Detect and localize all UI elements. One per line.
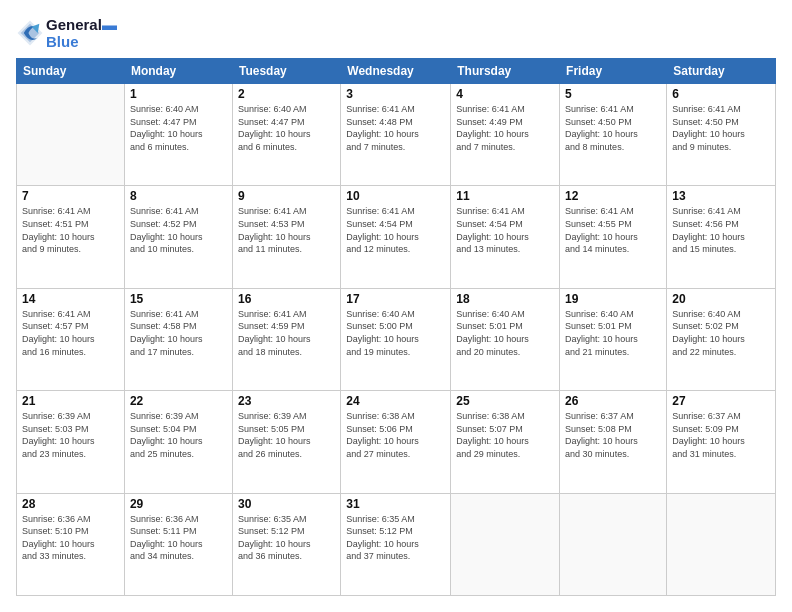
day-info: Sunrise: 6:36 AM Sunset: 5:10 PM Dayligh… <box>22 513 119 563</box>
day-number: 30 <box>238 497 335 511</box>
day-number: 11 <box>456 189 554 203</box>
day-number: 15 <box>130 292 227 306</box>
calendar-cell: 25Sunrise: 6:38 AM Sunset: 5:07 PM Dayli… <box>451 391 560 493</box>
calendar-cell <box>560 493 667 595</box>
day-info: Sunrise: 6:41 AM Sunset: 4:50 PM Dayligh… <box>565 103 661 153</box>
calendar-cell: 18Sunrise: 6:40 AM Sunset: 5:01 PM Dayli… <box>451 288 560 390</box>
day-info: Sunrise: 6:41 AM Sunset: 4:50 PM Dayligh… <box>672 103 770 153</box>
day-number: 27 <box>672 394 770 408</box>
calendar-cell: 4Sunrise: 6:41 AM Sunset: 4:49 PM Daylig… <box>451 84 560 186</box>
calendar-cell: 7Sunrise: 6:41 AM Sunset: 4:51 PM Daylig… <box>17 186 125 288</box>
calendar-cell: 3Sunrise: 6:41 AM Sunset: 4:48 PM Daylig… <box>341 84 451 186</box>
day-number: 26 <box>565 394 661 408</box>
calendar-body: 1Sunrise: 6:40 AM Sunset: 4:47 PM Daylig… <box>17 84 776 596</box>
calendar-header-saturday: Saturday <box>667 59 776 84</box>
day-number: 13 <box>672 189 770 203</box>
day-number: 18 <box>456 292 554 306</box>
day-info: Sunrise: 6:40 AM Sunset: 5:00 PM Dayligh… <box>346 308 445 358</box>
day-info: Sunrise: 6:40 AM Sunset: 4:47 PM Dayligh… <box>130 103 227 153</box>
day-number: 2 <box>238 87 335 101</box>
day-number: 25 <box>456 394 554 408</box>
calendar-cell <box>17 84 125 186</box>
calendar-week-3: 14Sunrise: 6:41 AM Sunset: 4:57 PM Dayli… <box>17 288 776 390</box>
day-info: Sunrise: 6:41 AM Sunset: 4:53 PM Dayligh… <box>238 205 335 255</box>
calendar-header-tuesday: Tuesday <box>232 59 340 84</box>
calendar-cell: 16Sunrise: 6:41 AM Sunset: 4:59 PM Dayli… <box>232 288 340 390</box>
day-info: Sunrise: 6:41 AM Sunset: 4:54 PM Dayligh… <box>456 205 554 255</box>
calendar-cell: 2Sunrise: 6:40 AM Sunset: 4:47 PM Daylig… <box>232 84 340 186</box>
day-info: Sunrise: 6:39 AM Sunset: 5:04 PM Dayligh… <box>130 410 227 460</box>
day-number: 29 <box>130 497 227 511</box>
calendar-cell <box>667 493 776 595</box>
calendar-cell: 11Sunrise: 6:41 AM Sunset: 4:54 PM Dayli… <box>451 186 560 288</box>
day-info: Sunrise: 6:35 AM Sunset: 5:12 PM Dayligh… <box>238 513 335 563</box>
calendar-cell: 10Sunrise: 6:41 AM Sunset: 4:54 PM Dayli… <box>341 186 451 288</box>
day-info: Sunrise: 6:41 AM Sunset: 4:58 PM Dayligh… <box>130 308 227 358</box>
day-number: 23 <box>238 394 335 408</box>
calendar-cell <box>451 493 560 595</box>
day-info: Sunrise: 6:39 AM Sunset: 5:03 PM Dayligh… <box>22 410 119 460</box>
calendar-cell: 27Sunrise: 6:37 AM Sunset: 5:09 PM Dayli… <box>667 391 776 493</box>
day-number: 12 <box>565 189 661 203</box>
day-number: 8 <box>130 189 227 203</box>
day-info: Sunrise: 6:37 AM Sunset: 5:08 PM Dayligh… <box>565 410 661 460</box>
logo-text: General▬ Blue <box>46 16 117 50</box>
calendar-header-thursday: Thursday <box>451 59 560 84</box>
day-info: Sunrise: 6:39 AM Sunset: 5:05 PM Dayligh… <box>238 410 335 460</box>
day-info: Sunrise: 6:37 AM Sunset: 5:09 PM Dayligh… <box>672 410 770 460</box>
day-number: 21 <box>22 394 119 408</box>
calendar-cell: 15Sunrise: 6:41 AM Sunset: 4:58 PM Dayli… <box>124 288 232 390</box>
calendar-cell: 24Sunrise: 6:38 AM Sunset: 5:06 PM Dayli… <box>341 391 451 493</box>
day-info: Sunrise: 6:41 AM Sunset: 4:56 PM Dayligh… <box>672 205 770 255</box>
day-info: Sunrise: 6:41 AM Sunset: 4:55 PM Dayligh… <box>565 205 661 255</box>
logo-icon <box>16 19 44 47</box>
day-number: 19 <box>565 292 661 306</box>
day-number: 7 <box>22 189 119 203</box>
day-number: 14 <box>22 292 119 306</box>
calendar-cell: 22Sunrise: 6:39 AM Sunset: 5:04 PM Dayli… <box>124 391 232 493</box>
calendar-cell: 8Sunrise: 6:41 AM Sunset: 4:52 PM Daylig… <box>124 186 232 288</box>
day-number: 22 <box>130 394 227 408</box>
calendar-header-monday: Monday <box>124 59 232 84</box>
day-info: Sunrise: 6:40 AM Sunset: 5:01 PM Dayligh… <box>456 308 554 358</box>
day-info: Sunrise: 6:38 AM Sunset: 5:07 PM Dayligh… <box>456 410 554 460</box>
day-number: 6 <box>672 87 770 101</box>
calendar: SundayMondayTuesdayWednesdayThursdayFrid… <box>16 58 776 596</box>
calendar-cell: 20Sunrise: 6:40 AM Sunset: 5:02 PM Dayli… <box>667 288 776 390</box>
calendar-cell: 19Sunrise: 6:40 AM Sunset: 5:01 PM Dayli… <box>560 288 667 390</box>
calendar-header-row: SundayMondayTuesdayWednesdayThursdayFrid… <box>17 59 776 84</box>
day-info: Sunrise: 6:40 AM Sunset: 5:01 PM Dayligh… <box>565 308 661 358</box>
calendar-week-2: 7Sunrise: 6:41 AM Sunset: 4:51 PM Daylig… <box>17 186 776 288</box>
day-number: 4 <box>456 87 554 101</box>
calendar-cell: 9Sunrise: 6:41 AM Sunset: 4:53 PM Daylig… <box>232 186 340 288</box>
calendar-cell: 17Sunrise: 6:40 AM Sunset: 5:00 PM Dayli… <box>341 288 451 390</box>
calendar-cell: 5Sunrise: 6:41 AM Sunset: 4:50 PM Daylig… <box>560 84 667 186</box>
day-info: Sunrise: 6:41 AM Sunset: 4:52 PM Dayligh… <box>130 205 227 255</box>
calendar-cell: 29Sunrise: 6:36 AM Sunset: 5:11 PM Dayli… <box>124 493 232 595</box>
calendar-header-sunday: Sunday <box>17 59 125 84</box>
calendar-header-wednesday: Wednesday <box>341 59 451 84</box>
day-info: Sunrise: 6:38 AM Sunset: 5:06 PM Dayligh… <box>346 410 445 460</box>
calendar-cell: 1Sunrise: 6:40 AM Sunset: 4:47 PM Daylig… <box>124 84 232 186</box>
calendar-cell: 13Sunrise: 6:41 AM Sunset: 4:56 PM Dayli… <box>667 186 776 288</box>
calendar-cell: 6Sunrise: 6:41 AM Sunset: 4:50 PM Daylig… <box>667 84 776 186</box>
day-info: Sunrise: 6:41 AM Sunset: 4:51 PM Dayligh… <box>22 205 119 255</box>
calendar-cell: 14Sunrise: 6:41 AM Sunset: 4:57 PM Dayli… <box>17 288 125 390</box>
day-number: 3 <box>346 87 445 101</box>
calendar-cell: 28Sunrise: 6:36 AM Sunset: 5:10 PM Dayli… <box>17 493 125 595</box>
page: General▬ Blue SundayMondayTuesdayWednesd… <box>0 0 792 612</box>
calendar-cell: 23Sunrise: 6:39 AM Sunset: 5:05 PM Dayli… <box>232 391 340 493</box>
day-number: 17 <box>346 292 445 306</box>
day-number: 10 <box>346 189 445 203</box>
day-number: 31 <box>346 497 445 511</box>
calendar-cell: 26Sunrise: 6:37 AM Sunset: 5:08 PM Dayli… <box>560 391 667 493</box>
day-info: Sunrise: 6:36 AM Sunset: 5:11 PM Dayligh… <box>130 513 227 563</box>
calendar-week-1: 1Sunrise: 6:40 AM Sunset: 4:47 PM Daylig… <box>17 84 776 186</box>
day-info: Sunrise: 6:41 AM Sunset: 4:54 PM Dayligh… <box>346 205 445 255</box>
header: General▬ Blue <box>16 16 776 50</box>
day-info: Sunrise: 6:35 AM Sunset: 5:12 PM Dayligh… <box>346 513 445 563</box>
calendar-cell: 12Sunrise: 6:41 AM Sunset: 4:55 PM Dayli… <box>560 186 667 288</box>
day-number: 28 <box>22 497 119 511</box>
day-info: Sunrise: 6:41 AM Sunset: 4:59 PM Dayligh… <box>238 308 335 358</box>
calendar-week-5: 28Sunrise: 6:36 AM Sunset: 5:10 PM Dayli… <box>17 493 776 595</box>
